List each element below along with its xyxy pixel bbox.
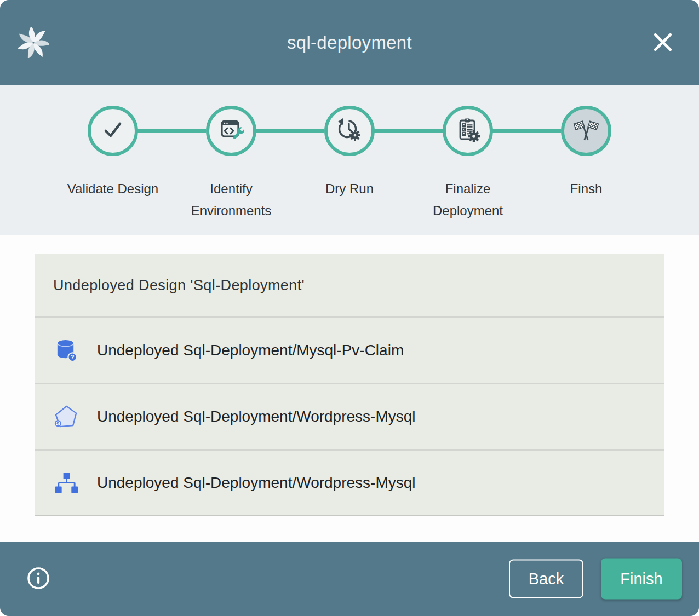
result-text: Undeployed Sql-Deployment/Wordpress-Mysq… — [97, 474, 416, 492]
step-label: Dry Run — [325, 178, 374, 200]
step-dry-run-circle[interactable] — [324, 106, 375, 156]
close-button[interactable] — [651, 31, 675, 55]
step-finalize-deployment: Finalize Deployment — [409, 106, 527, 222]
dialog-title: sql-deployment — [0, 32, 699, 53]
check-icon — [100, 117, 126, 145]
step-dry-run: Dry Run — [290, 106, 409, 222]
deployment-wizard-dialog: sql-deployment — [0, 0, 699, 616]
result-text: Undeployed Sql-Deployment/Mysql-Pv-Claim — [97, 342, 404, 359]
step-label: Finalize Deployment — [413, 178, 523, 222]
step-finalize-deployment-circle[interactable] — [443, 106, 493, 156]
footer-actions: Back Finish — [509, 559, 682, 600]
info-button[interactable] — [26, 567, 50, 591]
result-text: Undeployed Design 'Sql-Deployment' — [53, 277, 305, 294]
clipboard-gear-icon — [455, 117, 481, 145]
topology-icon — [53, 470, 79, 496]
result-text: Undeployed Sql-Deployment/Wordpress-Mysq… — [97, 408, 416, 425]
wizard-stepper: Validate Design — [0, 85, 699, 235]
pinwheel-logo-icon — [18, 27, 49, 58]
result-row-design: Undeployed Design 'Sql-Deployment' — [35, 254, 664, 316]
svg-text:?: ? — [71, 354, 75, 360]
pod-icon — [53, 404, 79, 430]
close-icon — [652, 32, 673, 54]
result-row-wordpress-mysql-pod: Undeployed Sql-Deployment/Wordpress-Mysq… — [35, 383, 664, 449]
checkered-flags-icon — [572, 116, 600, 146]
step-finish-circle[interactable] — [561, 106, 611, 156]
step-validate-design: Validate Design — [54, 106, 172, 222]
info-icon — [26, 566, 50, 592]
finish-button[interactable]: Finish — [601, 559, 682, 600]
dialog-body: Undeployed Design 'Sql-Deployment' ? Und… — [0, 235, 699, 542]
step-identify-environments-circle[interactable] — [206, 106, 256, 156]
step-identify-environments: Identify Environments — [172, 106, 290, 222]
step-label: Identify Environments — [176, 178, 286, 222]
dialog-footer: Back Finish — [0, 542, 699, 616]
history-gear-icon — [336, 117, 363, 145]
result-row-pv-claim: ? Undeployed Sql-Deployment/Mysql-Pv-Cla… — [35, 316, 664, 383]
step-label: Finsh — [570, 178, 603, 200]
deployment-results-list: Undeployed Design 'Sql-Deployment' ? Und… — [35, 254, 664, 516]
step-finish: Finsh — [527, 106, 645, 222]
result-row-wordpress-mysql-topology: Undeployed Sql-Deployment/Wordpress-Mysq… — [35, 449, 664, 515]
back-button[interactable]: Back — [509, 560, 583, 598]
code-window-wrench-icon — [218, 117, 244, 145]
dialog-header: sql-deployment — [0, 0, 699, 85]
step-label: Validate Design — [67, 178, 158, 200]
step-validate-design-circle[interactable] — [88, 106, 138, 156]
database-icon: ? — [53, 338, 79, 364]
